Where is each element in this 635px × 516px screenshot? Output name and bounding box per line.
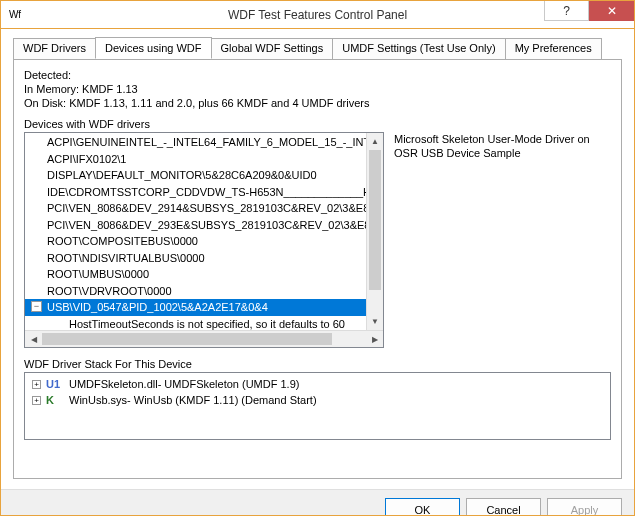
window-buttons: ? ✕ bbox=[544, 1, 634, 21]
horizontal-scrollbar[interactable]: ◀ ▶ bbox=[25, 330, 383, 347]
tree-row[interactable]: ACPI\IFX0102\1 bbox=[25, 151, 366, 168]
tree-row[interactable]: −USB\VID_0547&PID_1002\5&A2A2E17&0&4 bbox=[25, 299, 366, 316]
content-area: WDF DriversDevices using WDFGlobal WDF S… bbox=[1, 29, 634, 489]
tab-body: Detected: In Memory: KMDF 1.13 On Disk: … bbox=[13, 59, 622, 479]
tree-row-text: ROOT\VDRVROOT\0000 bbox=[47, 285, 172, 297]
scroll-left-icon[interactable]: ◀ bbox=[25, 331, 42, 347]
tree-row[interactable]: ROOT\UMBUS\0000 bbox=[25, 266, 366, 283]
tree-row-text: ACPI\GENUINEINTEL_-_INTEL64_FAMILY_6_MOD… bbox=[47, 136, 366, 148]
help-button[interactable]: ? bbox=[544, 1, 589, 21]
expand-icon[interactable]: + bbox=[32, 380, 41, 389]
apply-button[interactable]: Apply bbox=[547, 498, 622, 516]
tab-wdf-drivers[interactable]: WDF Drivers bbox=[13, 38, 96, 60]
collapse-icon[interactable]: − bbox=[31, 301, 42, 312]
tree-row[interactable]: ROOT\VDRVROOT\0000 bbox=[25, 283, 366, 300]
detected-heading: Detected: bbox=[24, 68, 611, 82]
expand-icon[interactable]: + bbox=[32, 396, 41, 405]
ok-button[interactable]: OK bbox=[385, 498, 460, 516]
button-bar: OK Cancel Apply bbox=[1, 489, 634, 516]
tree-row-text: DISPLAY\DEFAULT_MONITOR\5&28C6A209&0&UID… bbox=[47, 169, 317, 181]
devices-label: Devices with WDF drivers bbox=[24, 118, 611, 130]
scroll-up-icon[interactable]: ▲ bbox=[367, 133, 383, 150]
tree-row-text: IDE\CDROMTSSTCORP_CDDVDW_TS-H653N_______… bbox=[47, 186, 366, 198]
scroll-thumb-v[interactable] bbox=[369, 150, 381, 290]
device-description: Microsoft Skeleton User-Mode Driver on O… bbox=[394, 132, 611, 348]
close-button[interactable]: ✕ bbox=[589, 1, 634, 21]
tree-row[interactable]: PCI\VEN_8086&DEV_2914&SUBSYS_2819103C&RE… bbox=[25, 200, 366, 217]
driver-badge: U1 bbox=[46, 376, 64, 392]
tree-row-text: PCI\VEN_8086&DEV_2914&SUBSYS_2819103C&RE… bbox=[47, 202, 366, 214]
tree-row-text: USB\VID_0547&PID_1002\5&A2A2E17&0&4 bbox=[47, 301, 268, 313]
tree-row[interactable]: IDE\CDROMTSSTCORP_CDDVDW_TS-H653N_______… bbox=[25, 184, 366, 201]
tree-row-text: ACPI\IFX0102\1 bbox=[47, 153, 127, 165]
tab-strip: WDF DriversDevices using WDFGlobal WDF S… bbox=[13, 37, 622, 59]
stack-row[interactable]: +KWinUsb.sys- WinUsb (KMDF 1.11) (Demand… bbox=[28, 392, 607, 408]
tree-row-text: PCI\VEN_8086&DEV_293E&SUBSYS_2819103C&RE… bbox=[47, 219, 366, 231]
tab-global-wdf-settings[interactable]: Global WDF Settings bbox=[211, 38, 334, 60]
app-icon: Wf bbox=[7, 7, 23, 23]
device-tree[interactable]: ACPI\GENUINEINTEL_-_INTEL64_FAMILY_6_MOD… bbox=[24, 132, 384, 348]
cancel-button[interactable]: Cancel bbox=[466, 498, 541, 516]
stack-row-text: UMDFSkeleton.dll- UMDFSkeleton (UMDF 1.9… bbox=[69, 376, 299, 392]
tree-row[interactable]: DISPLAY\DEFAULT_MONITOR\5&28C6A209&0&UID… bbox=[25, 167, 366, 184]
tab-devices-using-wdf[interactable]: Devices using WDF bbox=[95, 37, 212, 59]
tree-row[interactable]: HostTimeoutSeconds is not specified, so … bbox=[25, 316, 366, 331]
scroll-right-icon[interactable]: ▶ bbox=[366, 331, 383, 347]
tab-umdf-settings-test-use-only-[interactable]: UMDF Settings (Test Use Only) bbox=[332, 38, 505, 60]
tree-row[interactable]: ACPI\GENUINEINTEL_-_INTEL64_FAMILY_6_MOD… bbox=[25, 134, 366, 151]
tree-row-text: ROOT\UMBUS\0000 bbox=[47, 268, 149, 280]
tree-row[interactable]: ROOT\NDISVIRTUALBUS\0000 bbox=[25, 250, 366, 267]
stack-row[interactable]: +U1UMDFSkeleton.dll- UMDFSkeleton (UMDF … bbox=[28, 376, 607, 392]
tree-row[interactable]: ROOT\COMPOSITEBUS\0000 bbox=[25, 233, 366, 250]
detected-memory: In Memory: KMDF 1.13 bbox=[24, 82, 611, 96]
stack-row-text: WinUsb.sys- WinUsb (KMDF 1.11) (Demand S… bbox=[69, 392, 317, 408]
tab-my-preferences[interactable]: My Preferences bbox=[505, 38, 602, 60]
vertical-scrollbar[interactable]: ▲ ▼ bbox=[366, 133, 383, 330]
tree-row-text: HostTimeoutSeconds is not specified, so … bbox=[69, 318, 345, 330]
driver-badge: K bbox=[46, 392, 64, 408]
driver-stack-list[interactable]: +U1UMDFSkeleton.dll- UMDFSkeleton (UMDF … bbox=[24, 372, 611, 440]
tree-row-text: ROOT\COMPOSITEBUS\0000 bbox=[47, 235, 198, 247]
title-bar: Wf WDF Test Features Control Panel ? ✕ bbox=[1, 1, 634, 29]
window-title: WDF Test Features Control Panel bbox=[1, 8, 634, 22]
detected-disk: On Disk: KMDF 1.13, 1.11 and 2.0, plus 6… bbox=[24, 96, 611, 110]
tree-row-text: ROOT\NDISVIRTUALBUS\0000 bbox=[47, 252, 205, 264]
scroll-down-icon[interactable]: ▼ bbox=[367, 313, 383, 330]
stack-label: WDF Driver Stack For This Device bbox=[24, 358, 611, 370]
tree-row[interactable]: PCI\VEN_8086&DEV_293E&SUBSYS_2819103C&RE… bbox=[25, 217, 366, 234]
scroll-thumb-h[interactable] bbox=[42, 333, 332, 345]
